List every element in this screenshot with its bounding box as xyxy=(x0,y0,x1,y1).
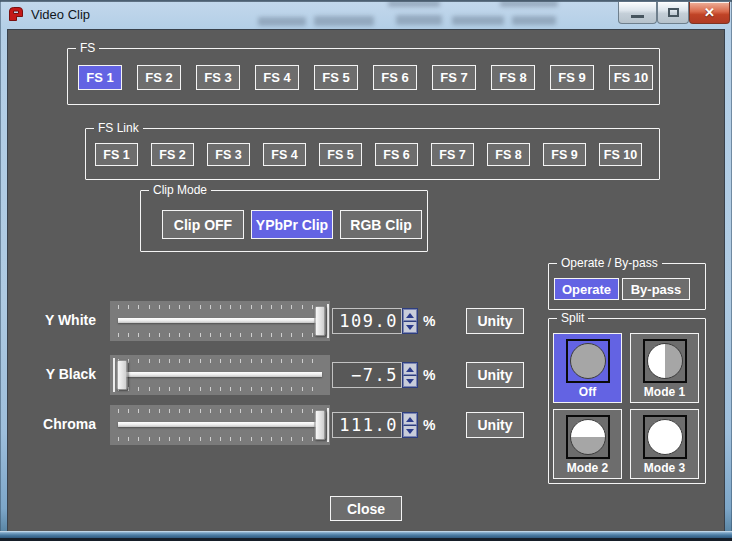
fs-button-5[interactable]: FS 5 xyxy=(314,65,358,90)
spin-up-button[interactable] xyxy=(403,309,417,321)
y-black-slider-thumb[interactable] xyxy=(117,360,128,390)
split-mode2-button[interactable]: Mode 2 xyxy=(553,409,622,479)
rgb-clip-button[interactable]: RGB Clip xyxy=(340,210,422,239)
fs-link-button-row: FS 1 FS 2 FS 3 FS 4 FS 5 FS 6 FS 7 FS 8 … xyxy=(95,143,642,166)
fs-link-button-6[interactable]: FS 6 xyxy=(375,143,418,166)
close-dialog-button[interactable]: Close xyxy=(330,496,402,521)
minimize-button[interactable] xyxy=(618,2,657,24)
fs-link-button-10[interactable]: FS 10 xyxy=(599,143,642,166)
ypbpr-clip-button[interactable]: YPbPr Clip xyxy=(251,210,333,239)
window-titlebar[interactable]: Video Clip ✕ xyxy=(0,0,732,30)
circle-top-half-white-icon xyxy=(570,419,606,455)
fs-button-8[interactable]: FS 8 xyxy=(491,65,535,90)
scale-end-marker xyxy=(327,408,329,442)
fs-link-button-3[interactable]: FS 3 xyxy=(207,143,250,166)
percent-label: % xyxy=(423,362,441,388)
desktop-screen: Video Clip ✕ FS FS 1 FS 2 FS 3 FS 4 FS 5… xyxy=(0,0,732,541)
clip-mode-group-label: Clip Mode xyxy=(149,183,211,197)
arrow-up-icon xyxy=(406,367,414,372)
close-icon: ✕ xyxy=(704,6,715,19)
tick-marks xyxy=(118,305,322,309)
split-preview-frame xyxy=(566,415,610,459)
chroma-slider-thumb[interactable] xyxy=(315,410,326,440)
spin-down-button[interactable] xyxy=(403,321,417,333)
clip-mode-group: Clip Mode Clip OFF YPbPr Clip RGB Clip xyxy=(140,190,428,252)
scale-end-marker xyxy=(327,304,329,338)
y-white-slider[interactable] xyxy=(110,301,330,341)
y-black-spinner xyxy=(402,362,418,388)
fs-button-4[interactable]: FS 4 xyxy=(255,65,299,90)
arrow-up-icon xyxy=(406,313,414,318)
fs-link-button-7[interactable]: FS 7 xyxy=(431,143,474,166)
fs-button-6[interactable]: FS 6 xyxy=(373,65,417,90)
close-window-button[interactable]: ✕ xyxy=(689,2,730,24)
split-mode3-button[interactable]: Mode 3 xyxy=(630,409,699,479)
split-group-label: Split xyxy=(557,311,588,325)
maximize-icon xyxy=(668,8,679,17)
fs-button-10[interactable]: FS 10 xyxy=(609,65,653,90)
fs-link-button-8[interactable]: FS 8 xyxy=(487,143,530,166)
split-mode1-button[interactable]: Mode 1 xyxy=(630,333,699,403)
spin-down-button[interactable] xyxy=(403,375,417,387)
tick-marks xyxy=(118,359,322,363)
chroma-unity-button[interactable]: Unity xyxy=(466,412,524,438)
fs-button-9[interactable]: FS 9 xyxy=(550,65,594,90)
window-frame-bottom xyxy=(0,531,732,538)
clip-off-button[interactable]: Clip OFF xyxy=(162,210,244,239)
fs-link-group: FS Link FS 1 FS 2 FS 3 FS 4 FS 5 FS 6 FS… xyxy=(85,128,660,180)
split-off-button[interactable]: Off xyxy=(553,333,622,403)
y-white-value-field[interactable]: 109.0 xyxy=(332,308,402,334)
circle-solid-gray-icon xyxy=(570,343,606,379)
fs-button-3[interactable]: FS 3 xyxy=(196,65,240,90)
slider-track[interactable] xyxy=(118,318,322,323)
clip-mode-button-row: Clip OFF YPbPr Clip RGB Clip xyxy=(162,210,422,239)
chroma-value-field[interactable]: 111.0 xyxy=(332,412,402,438)
fs-link-button-9[interactable]: FS 9 xyxy=(543,143,586,166)
dialog-client-area: FS FS 1 FS 2 FS 3 FS 4 FS 5 FS 6 FS 7 FS… xyxy=(8,30,724,531)
split-mode3-label: Mode 3 xyxy=(631,461,698,475)
arrow-up-icon xyxy=(406,417,414,422)
y-black-unity-button[interactable]: Unity xyxy=(466,362,524,388)
chroma-slider[interactable] xyxy=(110,405,330,445)
operate-bypass-group-label: Operate / By-pass xyxy=(557,256,662,270)
y-black-value-field[interactable]: −7.5 xyxy=(332,362,402,388)
fs-link-button-4[interactable]: FS 4 xyxy=(263,143,306,166)
slider-track[interactable] xyxy=(118,372,322,377)
fs-link-button-5[interactable]: FS 5 xyxy=(319,143,362,166)
minimize-icon xyxy=(631,15,644,18)
arrow-down-icon xyxy=(406,325,414,330)
scale-end-marker xyxy=(113,358,115,392)
split-off-label: Off xyxy=(554,385,621,399)
fs-button-7[interactable]: FS 7 xyxy=(432,65,476,90)
operate-bypass-group: Operate / By-pass Operate By-pass xyxy=(548,263,706,310)
y-black-label: Y Black xyxy=(8,366,96,382)
spin-up-button[interactable] xyxy=(403,413,417,425)
app-logo-icon xyxy=(6,4,26,24)
split-preview-frame xyxy=(643,339,687,383)
circle-left-half-white-icon xyxy=(647,343,683,379)
chroma-spinner xyxy=(402,412,418,438)
split-group: Split Off Mode 1 xyxy=(548,318,706,484)
slider-track[interactable] xyxy=(118,422,322,427)
chroma-label: Chroma xyxy=(8,416,96,432)
y-white-slider-thumb[interactable] xyxy=(315,306,326,336)
fs-button-1[interactable]: FS 1 xyxy=(78,65,122,90)
y-white-spinner xyxy=(402,308,418,334)
maximize-button[interactable] xyxy=(657,2,689,24)
split-preview-frame xyxy=(643,415,687,459)
operate-button[interactable]: Operate xyxy=(554,278,619,300)
spin-down-button[interactable] xyxy=(403,425,417,437)
percent-label: % xyxy=(423,308,441,334)
percent-label: % xyxy=(423,412,441,438)
fs-link-button-2[interactable]: FS 2 xyxy=(151,143,194,166)
fs-link-button-1[interactable]: FS 1 xyxy=(95,143,138,166)
bypass-button[interactable]: By-pass xyxy=(622,278,690,300)
split-mode1-label: Mode 1 xyxy=(631,385,698,399)
arrow-down-icon xyxy=(406,379,414,384)
tick-marks xyxy=(118,333,322,337)
y-white-unity-button[interactable]: Unity xyxy=(466,308,524,334)
fs-button-2[interactable]: FS 2 xyxy=(137,65,181,90)
spin-up-button[interactable] xyxy=(403,363,417,375)
tick-marks xyxy=(118,437,322,441)
y-black-slider[interactable] xyxy=(110,355,330,395)
